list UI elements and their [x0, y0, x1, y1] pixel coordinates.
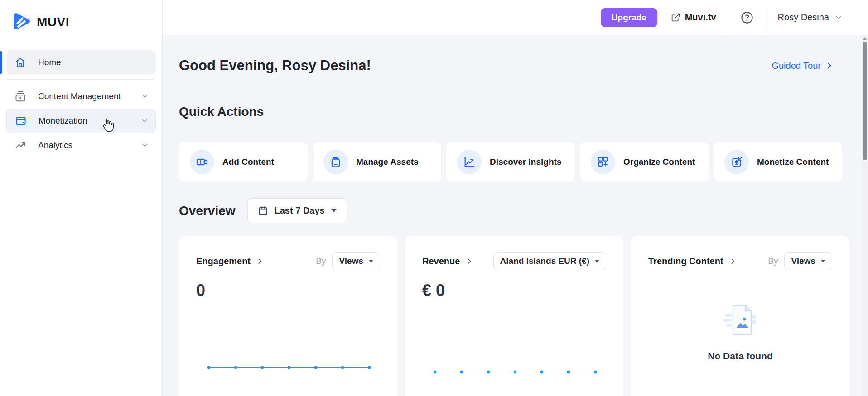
engagement-chart [207, 362, 371, 370]
by-label: By [316, 256, 326, 266]
quick-action-label: Manage Assets [356, 157, 419, 167]
help-button[interactable] [740, 11, 754, 24]
assets-box-icon [323, 150, 348, 174]
header-divider [728, 5, 728, 31]
date-range-dropdown[interactable]: Last 7 Days [247, 198, 347, 223]
scrollbar-up-arrow[interactable] [863, 37, 867, 40]
content-management-icon [14, 91, 26, 102]
caret-down-icon [331, 209, 337, 212]
upgrade-button[interactable]: Upgrade [601, 8, 657, 27]
revenue-card-link[interactable]: Revenue [422, 256, 473, 267]
overview-cards: Engagement By Views 0 [179, 236, 849, 396]
user-name: Rosy Desina [778, 12, 829, 23]
trending-metric-dropdown[interactable]: Views [784, 252, 832, 270]
brand-name: MUVI [37, 15, 69, 29]
engagement-card-link[interactable]: Engagement [196, 256, 264, 267]
scrollbar-thumb[interactable] [863, 42, 867, 160]
revenue-chart [433, 366, 597, 374]
page-scrollbar[interactable] [862, 35, 868, 396]
chevron-right-icon [256, 258, 264, 265]
sidebar-item-label: Monetization [39, 116, 87, 126]
caret-down-icon [595, 260, 599, 262]
chart-line-icon [457, 150, 482, 174]
caret-down-icon [369, 260, 373, 262]
quick-action-label: Add Content [222, 157, 274, 167]
organize-content-card[interactable]: Organize Content [580, 142, 709, 181]
revenue-title: Revenue [422, 256, 460, 267]
engagement-card: Engagement By Views 0 [179, 236, 397, 396]
monetize-content-card[interactable]: Monetize Content [714, 142, 842, 181]
guided-tour-label: Guided Tour [772, 61, 821, 71]
no-data-empty-state: No Data found [631, 300, 849, 362]
quick-action-label: Discover Insights [490, 157, 561, 167]
quick-actions-row: Add Content Manage Assets Discover Insig… [179, 142, 842, 181]
revenue-value: € 0 [422, 281, 606, 300]
muvi-dashboard: Upgrade Muvi.tv Rosy Desina [0, 0, 868, 396]
manage-assets-card[interactable]: Manage Assets [313, 142, 441, 181]
video-plus-icon [190, 150, 214, 174]
calendar-icon [258, 205, 268, 216]
trending-content-card: Trending Content By Views [631, 236, 849, 396]
date-range-value: Last 7 Days [275, 205, 325, 216]
main-content: Good Evening, Rosy Desina! Guided Tour Q… [163, 36, 868, 396]
guided-tour-link[interactable]: Guided Tour [772, 61, 834, 71]
sidebar-item-monetization[interactable]: Monetization [6, 109, 156, 133]
chevron-down-icon [140, 116, 149, 125]
overview-title: Overview [179, 204, 236, 218]
analytics-icon [14, 139, 26, 151]
sidebar-item-home[interactable]: Home [6, 50, 156, 75]
header-divider [766, 5, 766, 31]
muvi-logo-icon [11, 11, 32, 33]
external-link-icon [671, 13, 680, 22]
greeting-row: Good Evening, Rosy Desina! Guided Tour [179, 57, 834, 74]
muvi-tv-link[interactable]: Muvi.tv [671, 12, 716, 23]
dollar-box-icon [724, 150, 749, 174]
trending-content-title: Trending Content [648, 256, 723, 267]
sidebar-nav: Home Content Management Monetization [0, 50, 162, 157]
sidebar-divider [7, 79, 155, 80]
sidebar-item-label: Analytics [38, 140, 72, 150]
top-bar: Upgrade Muvi.tv Rosy Desina [163, 0, 868, 35]
chevron-down-icon [834, 14, 843, 22]
chevron-right-icon [465, 258, 473, 265]
sidebar-item-analytics[interactable]: Analytics [6, 133, 156, 157]
no-data-text: No Data found [708, 351, 772, 362]
chevron-down-icon [140, 141, 149, 150]
sidebar: MUVI Home Content Management [0, 0, 163, 396]
chevron-right-icon [825, 61, 834, 70]
quick-action-label: Monetize Content [757, 157, 829, 167]
sidebar-item-label: Content Management [38, 91, 121, 101]
grid-plus-icon [591, 150, 615, 174]
sidebar-item-label: Home [38, 57, 61, 67]
chevron-down-icon [140, 92, 149, 101]
by-label: By [768, 256, 778, 266]
no-data-image-icon [721, 300, 760, 340]
metric-value: Views [791, 256, 815, 266]
engagement-metric-dropdown[interactable]: Views [332, 252, 380, 270]
revenue-card: Revenue Aland Islands EUR (€) € 0 [405, 236, 623, 396]
muvi-tv-label: Muvi.tv [685, 12, 716, 23]
currency-dropdown[interactable]: Aland Islands EUR (€) [493, 252, 606, 270]
engagement-value: 0 [196, 281, 380, 300]
muvi-logo[interactable]: MUVI [11, 11, 69, 33]
currency-value: Aland Islands EUR (€) [500, 256, 589, 266]
monetization-icon [15, 115, 27, 127]
discover-insights-card[interactable]: Discover Insights [446, 142, 575, 181]
sidebar-item-content-management[interactable]: Content Management [6, 84, 156, 109]
caret-down-icon [821, 260, 825, 262]
add-content-card[interactable]: Add Content [179, 142, 308, 181]
metric-value: Views [339, 256, 363, 266]
engagement-title: Engagement [196, 256, 251, 267]
overview-header: Overview Last 7 Days [179, 198, 347, 223]
user-menu[interactable]: Rosy Desina [778, 12, 843, 23]
quick-actions-title: Quick Actions [179, 105, 264, 119]
trending-content-link[interactable]: Trending Content [648, 256, 737, 267]
page-title: Good Evening, Rosy Desina! [179, 57, 371, 74]
chevron-right-icon [729, 258, 737, 265]
quick-action-label: Organize Content [623, 157, 695, 167]
home-icon [14, 57, 26, 68]
